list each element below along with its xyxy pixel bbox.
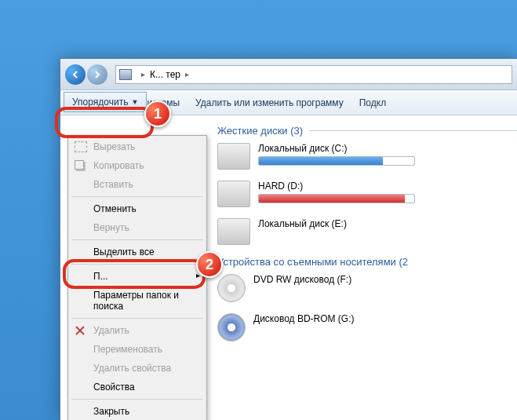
- menu-rename[interactable]: Переименовать: [70, 340, 205, 359]
- menu-properties[interactable]: Свойства: [70, 378, 205, 396]
- forward-button[interactable]: [87, 64, 107, 85]
- drive-e[interactable]: Локальный диск (E:): [217, 218, 517, 245]
- menu-separator: [71, 196, 203, 197]
- menu-close[interactable]: Закрыть: [70, 402, 205, 420]
- drive-g[interactable]: Дисковод BD-ROM (G:): [217, 313, 517, 341]
- back-button[interactable]: [65, 64, 86, 85]
- chevron-right-icon: ▸: [185, 70, 189, 79]
- menu-delete[interactable]: Удалить: [70, 321, 205, 340]
- toolbar: Упорядочить▼ ...йства системы Удалить ил…: [60, 90, 517, 115]
- hard-drive-icon: [217, 218, 250, 245]
- section-header-hdd: Жесткие диски (3): [217, 125, 517, 137]
- menu-undo[interactable]: Отменить: [70, 199, 205, 218]
- drive-f[interactable]: DVD RW дисковод (F:): [217, 274, 517, 302]
- breadcrumb-location: К... тер: [150, 69, 180, 80]
- menu-copy[interactable]: Копировать: [70, 156, 205, 175]
- chevron-right-icon: ▸: [141, 70, 145, 79]
- menu-select-all[interactable]: Выделить все: [70, 243, 205, 261]
- bd-drive-icon: [217, 313, 246, 341]
- capacity-bar: [258, 194, 415, 203]
- dvd-drive-icon: [217, 274, 246, 302]
- capacity-bar: [258, 156, 415, 166]
- cut-icon: [75, 141, 87, 152]
- hard-drive-icon: [217, 181, 250, 207]
- organize-button[interactable]: Упорядочить▼: [64, 92, 147, 112]
- drive-d[interactable]: HARD (D:): [217, 181, 517, 207]
- menu-redo[interactable]: Вернуть: [70, 218, 205, 237]
- section-header-removable: Устройства со съемными носителями (2: [217, 256, 517, 268]
- menu-separator: [71, 264, 203, 265]
- menu-layout[interactable]: П...: [70, 267, 205, 286]
- hard-drive-icon: [217, 143, 250, 170]
- menu-cut[interactable]: Вырезать: [70, 137, 205, 156]
- menu-separator: [71, 239, 203, 240]
- menu-separator: [71, 318, 203, 319]
- annotation-badge-1: 1: [144, 100, 171, 127]
- connect-button[interactable]: Подкл: [351, 97, 394, 108]
- address-bar[interactable]: ▸ К... тер ▸: [115, 65, 512, 84]
- menu-separator: [71, 399, 203, 400]
- chevron-down-icon: ▼: [131, 98, 138, 106]
- menu-paste[interactable]: Вставить: [70, 175, 205, 194]
- drive-c[interactable]: Локальный диск (C:): [217, 143, 517, 170]
- delete-icon: [75, 325, 86, 336]
- uninstall-program-button[interactable]: Удалить или изменить программу: [188, 97, 351, 108]
- copy-icon: [75, 160, 84, 170]
- titlebar: ▸ К... тер ▸: [60, 59, 517, 90]
- organize-dropdown: Вырезать Копировать Вставить Отменить Ве…: [67, 135, 207, 420]
- menu-folder-options[interactable]: Параметры папок и поиска: [70, 286, 205, 316]
- menu-remove-properties[interactable]: Удалить свойства: [70, 359, 205, 378]
- annotation-badge-2: 2: [196, 251, 223, 278]
- computer-icon: [119, 69, 132, 80]
